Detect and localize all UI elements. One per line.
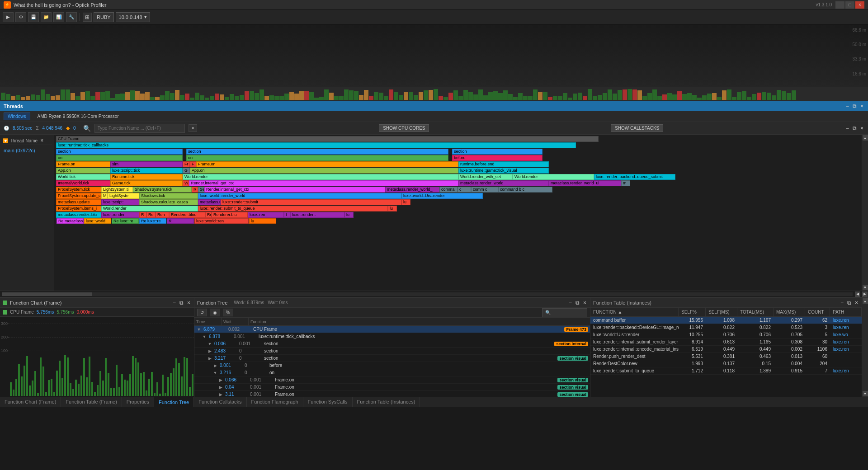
tree-expand-6[interactable]: ▼ [212, 370, 218, 376]
tree-expand-0[interactable]: ▼ [196, 327, 202, 332]
appon-block-1[interactable]: App.on [56, 168, 110, 174]
clear-search-btn[interactable]: × [189, 124, 198, 132]
luxe-script[interactable]: luxe::script: [101, 199, 139, 205]
froxel-items[interactable]: FroxelSystem.items_i [56, 206, 101, 212]
right-scrollbar[interactable]: ▲ ▼ [862, 135, 868, 291]
m-block[interactable]: m [621, 180, 630, 186]
tree-row-1[interactable]: ▼6.8780.001luxe::runtime::tick_callbacks [194, 333, 590, 340]
table-row-6[interactable]: RenderDestColor.new 1.993 0.137 0.15 0.0… [590, 360, 862, 367]
bottom-tab-1[interactable]: Function Table (Frame) [61, 397, 122, 407]
minimize-button[interactable]: _ [835, 1, 844, 9]
on-block-2[interactable]: on [186, 155, 448, 161]
tree-reset-btn[interactable]: ↺ [197, 309, 207, 316]
internalworld-block[interactable]: InternalWorld.tick [56, 180, 110, 186]
func-table-close[interactable]: × [854, 300, 859, 306]
open-button[interactable]: 📁 [41, 12, 52, 22]
luxe-ren[interactable]: luxe::ren [248, 212, 284, 218]
col-max-ms[interactable]: MAX(MS) [774, 308, 805, 316]
r-block2[interactable]: R [139, 212, 146, 218]
panel-close-btn[interactable]: × [859, 103, 864, 109]
runtime-before-end[interactable]: runtime.before.end [458, 161, 549, 167]
luxe-render-backend[interactable]: metaclass.render::blu [56, 212, 101, 218]
tree-expand-3[interactable]: ▶ [207, 348, 212, 354]
tree-filter-btn[interactable]: ◉ [210, 309, 220, 316]
luxe-render-submit[interactable]: luxe::render::submit [221, 199, 401, 205]
i-block[interactable]: I [284, 212, 290, 218]
froxel-tick[interactable]: FroxelSystem.tick [56, 187, 101, 193]
bottom-right-scroll[interactable]: ▲ ▼ [862, 298, 868, 397]
frameon-block-2[interactable]: Frame.on [196, 161, 458, 167]
tree-row-4[interactable]: ▶3.2170sectionsection visual [194, 355, 590, 362]
func-chart-close[interactable]: × [186, 300, 191, 306]
metaclass-render-world[interactable]: metaclass.render_world_ [458, 180, 549, 186]
script-tick[interactable]: luxe::script::tick [110, 168, 183, 174]
tree-row-5[interactable]: ▶0.0010before [194, 362, 590, 369]
worldtick-block[interactable]: World.tick [56, 174, 110, 180]
table-row-2[interactable]: luxe::world::Uis::render 10.255 0.706 0.… [590, 331, 862, 338]
table-row-1[interactable]: luxe::render::backend::DeviceGL::image_r… [590, 324, 862, 331]
appon-block-2[interactable]: App.on [190, 168, 458, 174]
froxel-update[interactable]: FroxelSystem.update_c [56, 193, 101, 199]
lu-block1[interactable]: lu [401, 199, 410, 205]
block-se[interactable]: Se [198, 187, 204, 193]
maximize-button[interactable]: □ [845, 1, 854, 9]
section-block-2[interactable]: section [186, 149, 448, 155]
tick-visual[interactable]: luxe::runtime::game::tick_visual [458, 168, 549, 174]
dense-block-5[interactable]: R [167, 218, 194, 224]
dense-block-6[interactable]: luxe::world::ren [194, 218, 249, 224]
func-tree-close[interactable]: × [582, 300, 587, 306]
luxe-render-lu[interactable]: luxe::render:: [290, 212, 344, 218]
command-block[interactable]: command b c [498, 187, 552, 193]
func-tree-min[interactable]: − [568, 300, 573, 306]
render-internal-ctx[interactable]: Render.internal_get_ctx [189, 180, 458, 186]
hscroll-thumb[interactable] [2, 292, 92, 296]
tree-search-input[interactable] [542, 308, 587, 317]
col-path[interactable]: PATH [830, 308, 862, 316]
tick-callbacks-block[interactable]: luxe::runtime::tick_callbacks [56, 142, 576, 148]
bottom-tab-3[interactable]: Function Tree [154, 397, 194, 407]
col-function[interactable]: FUNCTION ▲ [590, 308, 679, 316]
metaclass-render-ui[interactable]: metaclass.render_world_ui_ [549, 180, 621, 186]
tree-row-0[interactable]: ▼6.8790.002CPU FrameFrame 473 [194, 326, 590, 333]
ip-dropdown[interactable]: 10.0.0.148 ▾ [116, 12, 150, 22]
bottom-tab-4[interactable]: Function Callstacks [194, 397, 246, 407]
tree-expand-9[interactable]: ▶ [218, 392, 223, 397]
tree-expand-4[interactable]: ▶ [207, 356, 212, 361]
render-submit-queue[interactable]: luxe::render::submit_to_queue [198, 206, 388, 212]
scroll-left-btn[interactable]: ◀ [855, 291, 860, 297]
show-cpu-cores-btn[interactable]: SHOW CPU CORES [379, 124, 429, 132]
ren-block[interactable]: Ren [156, 212, 169, 218]
world-uis-render[interactable]: luxe::world::Uis::render [401, 193, 483, 199]
tree-expand-1[interactable]: ▼ [202, 334, 207, 339]
tree-row-3[interactable]: ▶2.4830section [194, 348, 590, 355]
panel-minimize-btn[interactable]: − [845, 103, 850, 109]
dense-block-1[interactable]: Re metaclass [57, 218, 84, 224]
comm-block[interactable]: comm c [471, 187, 498, 193]
lu-block3[interactable]: lu [344, 212, 354, 218]
shadows-calc[interactable]: Shadows.calculate_casca [139, 199, 198, 205]
w-block[interactable]: W [183, 180, 189, 186]
renderer-blu[interactable]: Renderer.blu [212, 212, 248, 218]
tree-row-7[interactable]: ▶0.0660.001Frame.onsection visual [194, 376, 590, 384]
world-render-world[interactable]: luxe::world::render_world [198, 193, 401, 199]
section-block-3[interactable]: section [452, 149, 542, 155]
play-button[interactable]: ▶ [3, 12, 14, 22]
tree-row-6[interactable]: ▼3.2160on [194, 369, 590, 376]
thread-filter-clear-btn[interactable]: × [39, 137, 44, 144]
tree-percent-btn[interactable]: % [223, 309, 233, 316]
queue-submit[interactable]: luxe::render::backend::queue_submit [594, 174, 675, 180]
shadows-tick[interactable]: ShadowsSystem.tick [133, 187, 192, 193]
profile-dropdown[interactable]: RUBY [94, 12, 114, 22]
tree-expand-8[interactable]: ▶ [218, 385, 223, 390]
dense-block-7[interactable]: lu [249, 218, 276, 224]
fr-block[interactable]: Fr [183, 161, 190, 167]
bottom-tab-5[interactable]: Function Flamegraph [247, 397, 303, 407]
bottom-scroll-up[interactable]: ▲ [863, 298, 868, 304]
func-table-float[interactable]: ⧉ [846, 300, 852, 306]
bottom-tab-7[interactable]: Function Table (Instances) [353, 397, 420, 407]
lightsys2[interactable]: LightSyste [108, 193, 139, 199]
f-block[interactable]: F [190, 161, 196, 167]
luxe-render-w[interactable]: luxe::render [101, 212, 139, 218]
windows-tab[interactable]: Windows [4, 113, 30, 120]
col-total-ms[interactable]: TOTAL(MS) [737, 308, 774, 316]
